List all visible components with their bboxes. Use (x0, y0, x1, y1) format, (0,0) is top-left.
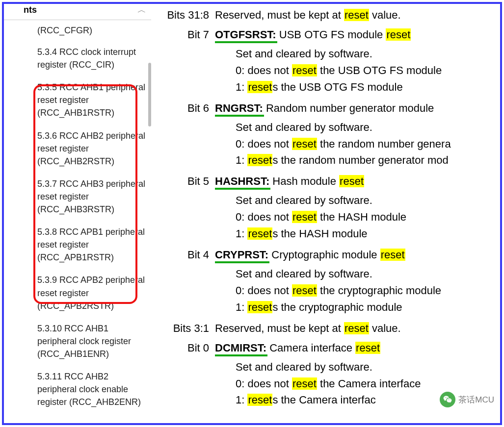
highlight-reset: reset (380, 249, 405, 261)
scrollbar-track[interactable] (148, 19, 151, 195)
highlight-reset: reset (292, 64, 317, 76)
toc-list: (RCC_CFGR) 5.3.4 RCC clock interrupt reg… (4, 20, 151, 411)
toc-header-text: nts (24, 5, 37, 15)
toc-item[interactable]: 5.3.7 RCC AHB3 peripheral reset register… (13, 173, 147, 221)
bit-name-dcmirst: DCMIRST: (215, 342, 266, 354)
bit-6-block: Bit 6 RNGRST: Random number generator mo… (156, 102, 500, 169)
highlight-reset: reset (344, 322, 369, 334)
toc-sidebar: nts ︿ (RCC_CFGR) 5.3.4 RCC clock interru… (4, 4, 151, 423)
document-body: Bits 31:8 Reserved, must be kept at rese… (151, 4, 500, 423)
highlight-reset: reset (247, 394, 272, 406)
reserved-text: Reserved, must be kept at reset value. (215, 9, 401, 22)
toc-item[interactable]: 5.3.8 RCC APB1 peripheral reset register… (13, 221, 147, 269)
bit-7-block: Bit 7 OTGFSRST: USB OTG FS module reset … (156, 28, 500, 95)
bit-label: Bit 5 (156, 175, 215, 188)
highlight-reset: reset (247, 81, 272, 93)
highlight-reset: reset (339, 175, 364, 187)
bit-label: Bit 6 (156, 102, 215, 115)
toc-header: nts ︿ (4, 4, 151, 20)
bit-label: Bits 31:8 (156, 9, 215, 22)
highlight-reset: reset (292, 138, 317, 150)
bit-label: Bits 3:1 (156, 322, 215, 335)
highlight-reset: reset (355, 342, 380, 354)
toc-item[interactable]: 5.3.9 RCC APB2 peripheral reset register… (13, 269, 147, 317)
highlight-reset: reset (292, 211, 317, 223)
bit-name-cryprst: CRYPRST: (215, 249, 268, 261)
highlight-reset: reset (247, 154, 272, 166)
bit-0-block: Bit 0 DCMIRST: Camera interface reset Se… (156, 342, 500, 408)
bits-3-1-reserved: Bits 3:1 Reserved, must be kept at reset… (156, 322, 500, 335)
toc-item[interactable]: 5.3.10 RCC AHB1 peripheral clock registe… (13, 317, 147, 365)
bit-name-hashrst: HASHRST: (215, 175, 269, 188)
bit-label: Bit 0 (156, 342, 215, 354)
reserved-text: Reserved, must be kept at reset value. (215, 322, 401, 335)
collapse-icon[interactable]: ︿ (137, 4, 146, 16)
document-frame: nts ︿ (RCC_CFGR) 5.3.4 RCC clock interru… (2, 2, 502, 425)
bit-4-block: Bit 4 CRYPRST: Cryptographic module rese… (156, 249, 500, 315)
highlight-reset: reset (247, 301, 272, 313)
highlight-reset: reset (344, 9, 369, 21)
bit-name-rngrst: RNGRST: (215, 102, 263, 115)
bit-label: Bit 7 (156, 28, 215, 41)
toc-item[interactable]: 5.3.11 RCC AHB2 peripheral clock enable … (13, 365, 147, 408)
highlight-reset: reset (292, 284, 317, 297)
highlight-reset: reset (386, 28, 411, 41)
bit-label: Bit 4 (156, 249, 215, 261)
highlight-reset: reset (292, 377, 317, 390)
highlight-reset: reset (247, 227, 272, 240)
toc-item[interactable]: 5.3.4 RCC clock interrupt register (RCC_… (13, 41, 147, 76)
scrollbar-thumb[interactable] (148, 63, 151, 126)
toc-item[interactable]: 5.3.5 RCC AHB1 peripheral reset register… (13, 76, 147, 124)
bit-5-block: Bit 5 HASHRST: Hash module reset Set and… (156, 175, 500, 242)
toc-item[interactable]: 5.3.6 RCC AHB2 peripheral reset register… (13, 125, 147, 173)
bits-31-8-reserved: Bits 31:8 Reserved, must be kept at rese… (156, 9, 500, 22)
toc-item[interactable]: (RCC_CFGR) (13, 23, 147, 41)
bit-name-otgfsrst: OTGFSRST: (215, 28, 276, 41)
